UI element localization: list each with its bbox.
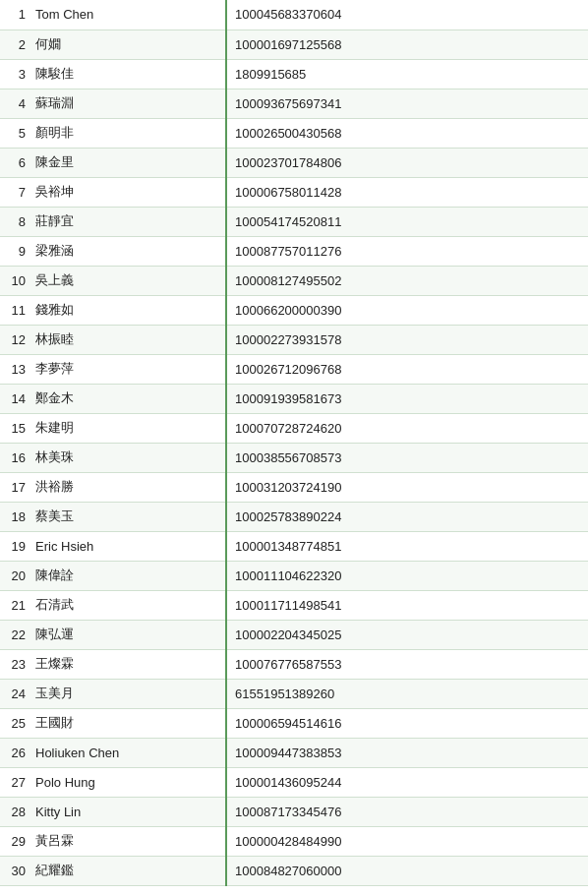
contact-name: 何嫺 xyxy=(29,30,226,59)
table-row: 24玉美月61551951389260 xyxy=(0,679,588,708)
row-index: 13 xyxy=(0,354,29,384)
contact-name: 莊靜宜 xyxy=(29,207,226,236)
contact-id: 100026500430568 xyxy=(226,118,588,148)
contact-id: 100084827060000 xyxy=(226,856,588,885)
contact-id: 100001697125568 xyxy=(226,30,588,59)
row-index: 6 xyxy=(0,148,29,177)
contact-id: 100091939581673 xyxy=(226,384,588,413)
table-row: 7吳裕坤100006758011428 xyxy=(0,177,588,207)
contact-id: 100008127495502 xyxy=(226,266,588,295)
contact-id: 100038556708573 xyxy=(226,443,588,472)
row-index: 20 xyxy=(0,561,29,590)
table-row: 14鄭金木100091939581673 xyxy=(0,384,588,413)
contact-name: 朱建明 xyxy=(29,413,226,443)
table-row: 16林美珠100038556708573 xyxy=(0,443,588,472)
contact-id: 100031203724190 xyxy=(226,472,588,502)
row-index: 2 xyxy=(0,30,29,59)
row-index: 28 xyxy=(0,797,29,826)
contact-id: 100006594514616 xyxy=(226,708,588,738)
row-index: 9 xyxy=(0,236,29,266)
row-index: 29 xyxy=(0,826,29,856)
contact-id: 100001348774851 xyxy=(226,531,588,561)
contact-name: 蘇瑞淵 xyxy=(29,89,226,118)
table-row: 23王燦霖100076776587553 xyxy=(0,649,588,679)
contact-id: 100006758011428 xyxy=(226,177,588,207)
contact-name: 林振睦 xyxy=(29,325,226,354)
row-index: 14 xyxy=(0,384,29,413)
row-index: 26 xyxy=(0,738,29,767)
row-index: 1 xyxy=(0,0,29,30)
row-index: 11 xyxy=(0,295,29,325)
row-index: 19 xyxy=(0,531,29,561)
contact-id: 100045683370604 xyxy=(226,0,588,30)
table-row: 20陳偉詮100011104622320 xyxy=(0,561,588,590)
contact-id: 100087173345476 xyxy=(226,797,588,826)
table-row: 1Tom Chen100045683370604 xyxy=(0,0,588,30)
row-index: 25 xyxy=(0,708,29,738)
row-index: 15 xyxy=(0,413,29,443)
row-index: 30 xyxy=(0,856,29,885)
row-index: 22 xyxy=(0,620,29,649)
row-index: 4 xyxy=(0,89,29,118)
row-index: 18 xyxy=(0,502,29,531)
contact-name: 石清武 xyxy=(29,590,226,620)
contact-id: 100002273931578 xyxy=(226,325,588,354)
table-row: 6陳金里100023701784806 xyxy=(0,148,588,177)
contact-name: 陳駿佳 xyxy=(29,59,226,89)
contact-name: 蔡美玉 xyxy=(29,502,226,531)
table-row: 28Kitty Lin100087173345476 xyxy=(0,797,588,826)
contact-id: 100026712096768 xyxy=(226,354,588,384)
contact-name: 吳裕坤 xyxy=(29,177,226,207)
contact-name: 陳金里 xyxy=(29,148,226,177)
contact-name: 梁雅涵 xyxy=(29,236,226,266)
contact-name: Polo Hung xyxy=(29,767,226,797)
contact-id: 100023701784806 xyxy=(226,148,588,177)
contact-id: 100001436095244 xyxy=(226,767,588,797)
row-index: 16 xyxy=(0,443,29,472)
row-index: 7 xyxy=(0,177,29,207)
table-row: 27Polo Hung100001436095244 xyxy=(0,767,588,797)
table-row: 4蘇瑞淵100093675697341 xyxy=(0,89,588,118)
table-row: 12林振睦100002273931578 xyxy=(0,325,588,354)
contact-name: 李夢萍 xyxy=(29,354,226,384)
row-index: 12 xyxy=(0,325,29,354)
contact-id: 100000428484990 xyxy=(226,826,588,856)
contact-id: 100025783890224 xyxy=(226,502,588,531)
contact-name: 紀耀鑑 xyxy=(29,856,226,885)
contact-name: Holiuken Chen xyxy=(29,738,226,767)
contact-name: 洪裕勝 xyxy=(29,472,226,502)
table-row: 26Holiuken Chen100009447383853 xyxy=(0,738,588,767)
contact-name: 王國財 xyxy=(29,708,226,738)
table-row: 17洪裕勝100031203724190 xyxy=(0,472,588,502)
contact-id: 100087757011276 xyxy=(226,236,588,266)
table-row: 21石清武100011711498541 xyxy=(0,590,588,620)
table-row: 30紀耀鑑100084827060000 xyxy=(0,856,588,885)
contact-name: 吳上義 xyxy=(29,266,226,295)
contact-id: 100070728724620 xyxy=(226,413,588,443)
table-row: 15朱建明100070728724620 xyxy=(0,413,588,443)
table-row: 13李夢萍100026712096768 xyxy=(0,354,588,384)
table-row: 3陳駿佳1809915685 xyxy=(0,59,588,89)
row-index: 5 xyxy=(0,118,29,148)
contact-id: 100011104622320 xyxy=(226,561,588,590)
table-row: 22陳弘運100002204345025 xyxy=(0,620,588,649)
contact-name: 錢雅如 xyxy=(29,295,226,325)
table-row: 9梁雅涵100087757011276 xyxy=(0,236,588,266)
contact-name: 黃呂霖 xyxy=(29,826,226,856)
row-index: 21 xyxy=(0,590,29,620)
row-index: 24 xyxy=(0,679,29,708)
table-row: 29黃呂霖100000428484990 xyxy=(0,826,588,856)
contact-name: 陳偉詮 xyxy=(29,561,226,590)
contact-id: 100076776587553 xyxy=(226,649,588,679)
contact-name: 顏明非 xyxy=(29,118,226,148)
table-row: 8莊靜宜100054174520811 xyxy=(0,207,588,236)
row-index: 27 xyxy=(0,767,29,797)
contact-id: 100093675697341 xyxy=(226,89,588,118)
table-row: 5顏明非100026500430568 xyxy=(0,118,588,148)
contact-name: Eric Hsieh xyxy=(29,531,226,561)
contact-name: 鄭金木 xyxy=(29,384,226,413)
table-row: 18蔡美玉100025783890224 xyxy=(0,502,588,531)
contact-id: 100002204345025 xyxy=(226,620,588,649)
row-index: 10 xyxy=(0,266,29,295)
table-row: 25王國財100006594514616 xyxy=(0,708,588,738)
